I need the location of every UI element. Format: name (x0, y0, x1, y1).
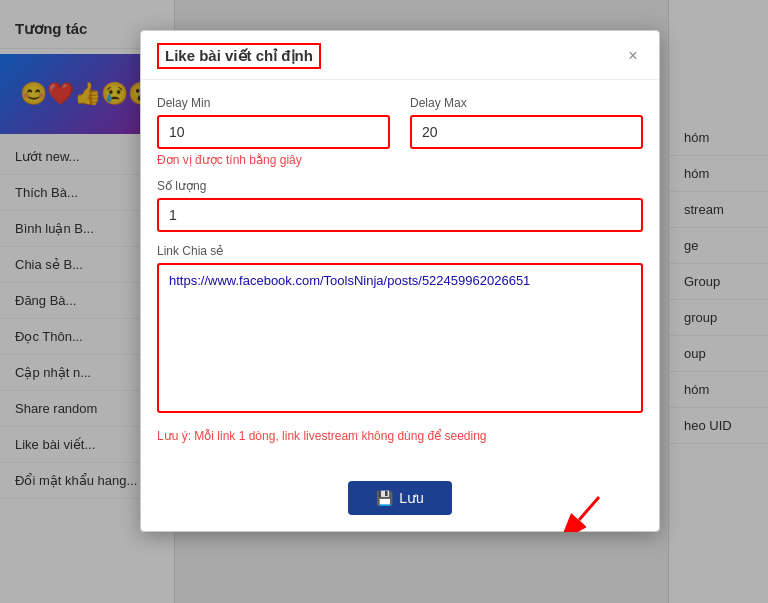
modal-header: Like bài viết chỉ định × (141, 31, 659, 80)
delay-row: Delay Min Delay Max (157, 96, 643, 149)
note-text: Lưu ý: Mỗi link 1 dòng, link livestream … (157, 429, 643, 443)
modal-title: Like bài viết chỉ định (157, 43, 321, 69)
delay-max-label: Delay Max (410, 96, 643, 110)
arrow-indicator (554, 492, 604, 532)
quantity-input[interactable] (157, 198, 643, 232)
close-button[interactable]: × (623, 46, 643, 66)
delay-min-input[interactable] (157, 115, 390, 149)
quantity-label: Số lượng (157, 179, 643, 193)
unit-hint: Đơn vị được tính bằng giây (157, 153, 643, 167)
link-group: Link Chia sẻ https://www.facebook.com/To… (157, 244, 643, 417)
svg-line-1 (579, 497, 599, 520)
modal-dialog: Like bài viết chỉ định × Delay Min Delay… (140, 30, 660, 532)
save-label: Lưu (399, 490, 424, 506)
link-label: Link Chia sẻ (157, 244, 643, 258)
link-textarea[interactable]: https://www.facebook.com/ToolsNinja/post… (157, 263, 643, 413)
delay-max-group: Delay Max (410, 96, 643, 149)
save-icon: 💾 (376, 490, 393, 506)
delay-min-group: Delay Min (157, 96, 390, 149)
modal-footer: 💾 Lưu (141, 471, 659, 531)
quantity-group: Số lượng (157, 179, 643, 232)
delay-max-input[interactable] (410, 115, 643, 149)
modal-body: Delay Min Delay Max Đơn vị được tính bằn… (141, 80, 659, 471)
delay-min-label: Delay Min (157, 96, 390, 110)
save-button[interactable]: 💾 Lưu (348, 481, 452, 515)
